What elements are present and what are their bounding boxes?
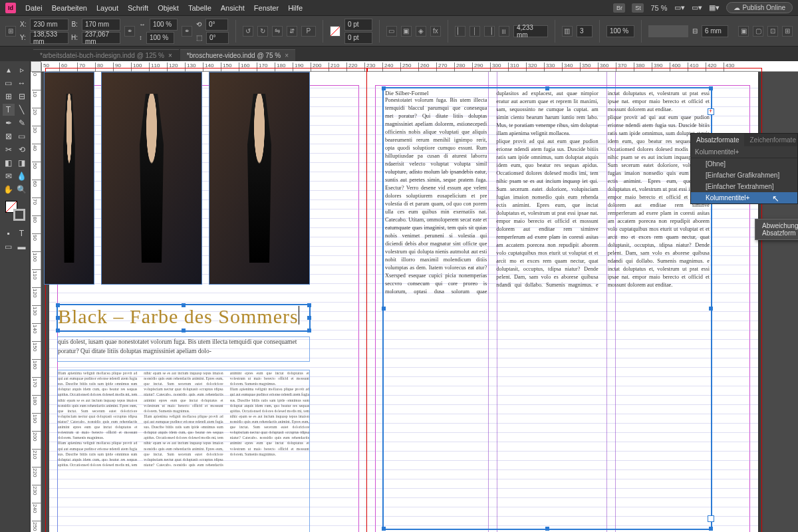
image-frame-2[interactable] [101, 72, 202, 285]
fill-stroke-icon[interactable] [5, 201, 25, 221]
transform-tool[interactable]: ⟲ [16, 144, 28, 156]
pencil-tool[interactable]: ✎ [16, 117, 28, 129]
out-port[interactable] [708, 515, 714, 522]
note-tool[interactable]: ✉ [3, 170, 15, 182]
pen-tool[interactable]: ✒ [3, 117, 15, 129]
menu-window[interactable]: Fenster [254, 4, 279, 12]
direct-selection-tool[interactable]: ▹ [16, 64, 28, 76]
wrap-none-icon[interactable]: ▭ [386, 26, 397, 37]
x-field[interactable]: 230 mm [30, 19, 68, 31]
gap-field[interactable]: 4,233 mm [513, 25, 548, 37]
columns-field[interactable]: 3 [577, 25, 593, 37]
style-dropdown[interactable] [648, 25, 688, 37]
publish-online-button[interactable]: ☁ Publish Online [726, 2, 793, 13]
rotate-cw-icon[interactable]: ↻ [257, 26, 268, 37]
paragraph-styles-panel[interactable]: Absatzformate Zeichenformate Kolumnentit… [690, 133, 798, 204]
scissors-tool[interactable]: ✂ [3, 144, 15, 156]
menu-object[interactable]: Objekt [158, 4, 179, 12]
fit-frame-icon[interactable]: ▢ [753, 26, 763, 37]
inset-field[interactable]: 6 mm [702, 25, 728, 37]
tab-broschuere[interactable]: *broschuere-video.indd @ 75 %× [180, 49, 295, 61]
tab-arbeitsdatei[interactable]: *arbeitsdatei-buch-indesign.indd @ 125 %… [33, 49, 179, 61]
panel-tab-absatzformate[interactable]: Absatzformate [691, 134, 744, 146]
auto-fit-icon[interactable]: ⊞ [782, 26, 793, 37]
scale-x-field[interactable]: 100 % [150, 19, 178, 31]
view-options-icon[interactable]: ▭▾ [674, 3, 685, 12]
gradient-feather-tool[interactable]: ◨ [16, 157, 28, 169]
align-center-icon[interactable]: │ [469, 26, 480, 37]
link-scale-icon[interactable]: ⚭ [182, 26, 192, 37]
bridge-button[interactable]: Br [613, 3, 625, 13]
align-left-icon[interactable]: ▏ [455, 26, 466, 37]
align-right-icon[interactable]: ▕ [484, 26, 495, 37]
wrap-shape-icon[interactable]: ◈ [416, 26, 426, 37]
headline-frame[interactable]: Black – Farbe des Sommers [57, 305, 310, 331]
distribute-icon[interactable]: ⫼ [499, 26, 509, 37]
rotate-field[interactable]: 0° [205, 19, 228, 31]
menu-help[interactable]: Hilfe [288, 4, 303, 12]
style-basic-text[interactable]: [Einfacher Textrahmen] [691, 181, 797, 192]
columns-icon[interactable]: ▥ [562, 26, 573, 37]
close-icon[interactable]: × [285, 52, 289, 59]
shear-field[interactable]: 0° [206, 32, 229, 44]
wrap-bbox-icon[interactable]: ▣ [401, 26, 412, 37]
rectangle-tool[interactable]: ▭ [16, 130, 28, 142]
zoom-tool[interactable]: 🔍 [16, 184, 28, 196]
stroke-offset-field[interactable]: 0 pt [344, 19, 372, 31]
fx-icon[interactable]: fx [430, 26, 441, 37]
menu-type[interactable]: Schrift [128, 4, 148, 12]
gap-tool[interactable]: ↔ [16, 77, 28, 89]
scale-y-field[interactable]: 100 % [146, 32, 174, 44]
apply-color-icon[interactable]: ▪ [3, 227, 15, 239]
apply-none-icon[interactable]: T [16, 227, 28, 239]
arrange-icon[interactable]: ▦▾ [709, 3, 720, 12]
hand-tool[interactable]: ✋ [3, 184, 15, 196]
fill-swatch[interactable] [330, 26, 340, 37]
overset-out-port[interactable] [708, 108, 714, 115]
preview-view-icon[interactable]: ▬ [16, 241, 28, 253]
canvas[interactable]: 5060708090100110120130140150160170180190… [31, 61, 798, 532]
selection-tool[interactable]: ▴ [3, 64, 15, 76]
menu-file[interactable]: Datei [25, 4, 43, 12]
rectangle-frame-tool[interactable]: ⊠ [3, 130, 15, 142]
page-tool[interactable]: ▭ [3, 77, 15, 89]
constrain-icon[interactable]: ⚭ [124, 26, 135, 37]
stock-button[interactable]: St [632, 3, 644, 13]
ruler-origin[interactable] [31, 61, 41, 72]
reference-point-icon[interactable]: ⊞ [5, 26, 16, 37]
stroke-weight-field[interactable]: 0 pt [344, 32, 372, 44]
content-placer-tool[interactable]: ⊟ [16, 90, 28, 102]
rotate-ccw-icon[interactable]: ↺ [243, 26, 253, 37]
w-field[interactable]: 170 mm [82, 19, 120, 31]
horizontal-ruler[interactable]: 5060708090100110120130140150160170180190… [41, 61, 798, 72]
opacity-field[interactable]: 100 % [606, 25, 634, 37]
main-text-frame[interactable]: Die Silber-Formel Ponestotatet volorum f… [383, 88, 712, 529]
type-tool[interactable]: T [3, 104, 15, 116]
flip-v-icon[interactable]: ⇵ [287, 26, 297, 37]
menu-view[interactable]: Ansicht [221, 4, 245, 12]
intro-frame[interactable]: quis dolest, iusam quae nonestotatet vol… [57, 336, 310, 362]
style-basic-graphic[interactable]: [Einfacher Grafikrahmen] [691, 170, 797, 181]
content-collector-tool[interactable]: ⊞ [3, 90, 15, 102]
image-frame-1[interactable] [44, 72, 94, 285]
style-kolumnentitel[interactable]: Kolumnentitel+ [691, 192, 797, 203]
close-icon[interactable]: × [168, 52, 172, 59]
image-frame-3[interactable] [209, 72, 310, 285]
center-content-icon[interactable]: ⊡ [767, 26, 778, 37]
gradient-tool[interactable]: ◧ [3, 157, 15, 169]
h-field[interactable]: 237,067 mm [82, 32, 120, 44]
y-field[interactable]: 138,533 mm [30, 32, 68, 44]
zoom-level[interactable]: 75 % [650, 4, 667, 12]
vertical-ruler[interactable]: 0102030405060708090100110120130140150160… [31, 72, 41, 532]
flip-h-icon[interactable]: ⇋ [272, 26, 283, 37]
line-tool[interactable]: ╲ [16, 104, 28, 116]
eyedropper-tool[interactable]: 💧 [16, 170, 28, 182]
style-none[interactable]: [Ohne] [691, 158, 797, 170]
headline-text[interactable]: Black – Farbe des Sommers [58, 305, 299, 327]
fit-content-icon[interactable]: ▣ [738, 26, 749, 37]
menu-layout[interactable]: Layout [96, 4, 118, 12]
menu-edit[interactable]: Bearbeiten [52, 4, 87, 12]
small-text-frame[interactable]: Illam apienima velignit mollacea plique … [57, 370, 310, 532]
normal-view-icon[interactable]: ▭ [3, 241, 15, 253]
menu-table[interactable]: Tabelle [188, 4, 211, 12]
